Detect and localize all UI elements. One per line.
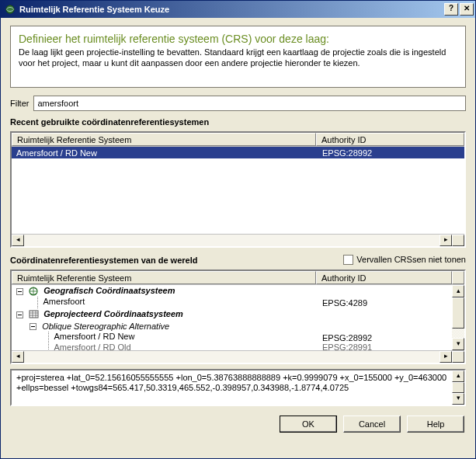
recent-list-body[interactable]: Amersfoort / RD New EPSG:28992 — [12, 147, 464, 234]
recent-list-header: Ruimtelijk Referentie Systeem Authority … — [12, 133, 464, 147]
projection-icon — [29, 310, 40, 319]
scroll-track[interactable] — [24, 351, 440, 363]
recent-hscroll[interactable]: ◂ ▸ — [12, 234, 464, 246]
tree-item-auth: EPSG:4289 — [318, 298, 464, 308]
tree-node-projected[interactable]: Geprojecteerd Coördinaatsysteem — [12, 308, 464, 320]
ok-button[interactable]: OK — [280, 416, 337, 433]
recent-col-name[interactable]: Ruimtelijk Referentie Systeem — [12, 133, 316, 146]
client-area: Definieer het ruimtelijk referentie syst… — [1, 18, 475, 458]
collapse-icon[interactable] — [16, 288, 23, 295]
collapse-icon[interactable] — [30, 323, 36, 330]
collapse-icon[interactable] — [16, 311, 23, 318]
titlebar: Ruimtelijk Referentie Systeem Keuze ? ✕ — [1, 1, 475, 18]
scroll-right-icon[interactable]: ▸ — [440, 351, 452, 363]
scroll-thumb[interactable] — [452, 297, 464, 329]
tree-item-name: Amersfoort / RD Old — [54, 343, 131, 350]
scroll-thumb[interactable] — [452, 382, 464, 393]
intro-panel: Definieer het ruimtelijk referentie syst… — [10, 26, 466, 88]
filter-input[interactable] — [33, 96, 466, 111]
scroll-left-icon[interactable]: ◂ — [12, 235, 24, 246]
scroll-up-icon[interactable]: ▴ — [452, 285, 464, 297]
world-list-header: Ruimtelijk Referentie Systeem Authority … — [12, 271, 464, 285]
world-tree-body[interactable]: Geografisch Coördinaatsysteem Amersfoort… — [12, 285, 464, 350]
recent-row-auth: EPSG:28992 — [318, 148, 464, 158]
scroll-corner — [452, 235, 464, 246]
world-col-auth[interactable]: Authority ID — [316, 271, 452, 284]
help-button[interactable]: Help — [407, 416, 464, 433]
world-section-row: Coördinatenreferentiesystemen van de wer… — [10, 254, 466, 265]
tree-item-rdnew[interactable]: Amersfoort / RD New EPSG:28992 — [12, 332, 464, 343]
world-vscroll[interactable]: ▴ ▾ — [452, 285, 464, 350]
proj-vscroll[interactable]: ▴ ▾ — [452, 370, 464, 405]
recent-col-auth[interactable]: Authority ID — [316, 133, 464, 146]
tree-node-geographic[interactable]: Geografisch Coördinaatsysteem — [12, 285, 464, 297]
world-col-corner — [452, 271, 464, 284]
recent-crs-list[interactable]: Ruimtelijk Referentie Systeem Authority … — [10, 131, 466, 248]
checkbox-icon — [343, 255, 353, 265]
cancel-button[interactable]: Cancel — [343, 416, 401, 433]
proj-string-text[interactable]: +proj=sterea +lat_0=52.15616055555555 +l… — [12, 370, 452, 405]
scroll-track[interactable] — [24, 235, 440, 246]
close-titlebar-button[interactable]: ✕ — [460, 3, 474, 16]
world-col-name[interactable]: Ruimtelijk Referentie Systeem — [12, 271, 316, 284]
intro-text: De laag lijkt geen projectie-instelling … — [19, 47, 457, 68]
scroll-left-icon[interactable]: ◂ — [12, 351, 24, 363]
hide-deprecated-checkbox[interactable]: Vervallen CRSsen niet tonen — [343, 255, 466, 265]
globe-icon — [29, 287, 40, 296]
scroll-up-icon[interactable]: ▴ — [452, 370, 464, 382]
tree-node-oblique[interactable]: Oblique Stereographic Alternative — [12, 320, 464, 332]
dialog-window: Ruimtelijk Referentie Systeem Keuze ? ✕ … — [0, 0, 476, 459]
svg-rect-3 — [30, 311, 38, 318]
filter-label: Filter — [10, 99, 29, 108]
proj-string-panel: +proj=sterea +lat_0=52.15616055555555 +l… — [10, 369, 466, 406]
recent-section-label: Recent gebruikte coördinatenreferentiesy… — [10, 117, 466, 127]
app-icon — [4, 3, 16, 16]
tree-item-name: Amersfoort / RD New — [54, 332, 135, 341]
tree-item-auth: EPSG:28992 — [318, 333, 464, 343]
tree-label-oblique: Oblique Stereographic Alternative — [42, 322, 169, 331]
hide-deprecated-label: Vervallen CRSsen niet tonen — [356, 255, 466, 264]
help-titlebar-button[interactable]: ? — [444, 3, 458, 16]
tree-item-name: Amersfoort — [43, 297, 85, 306]
world-crs-tree[interactable]: Ruimtelijk Referentie Systeem Authority … — [10, 269, 466, 364]
window-title: Ruimtelijk Referentie Systeem Keuze — [19, 5, 444, 14]
recent-row-selected[interactable]: Amersfoort / RD New EPSG:28992 — [12, 147, 464, 158]
scroll-right-icon[interactable]: ▸ — [440, 235, 452, 246]
dialog-button-row: OK Cancel Help — [10, 411, 466, 434]
world-section-label: Coördinatenreferentiesystemen van de wer… — [10, 256, 343, 265]
scroll-down-icon[interactable]: ▾ — [452, 338, 464, 350]
intro-title: Definieer het ruimtelijk referentie syst… — [19, 33, 457, 45]
tree-label-geographic: Geografisch Coördinaatsysteem — [43, 286, 175, 295]
tree-item-rdold[interactable]: Amersfoort / RD Old EPSG:28991 — [12, 343, 464, 350]
tree-item-auth: EPSG:28991 — [318, 343, 464, 350]
scroll-corner — [452, 351, 464, 363]
filter-row: Filter — [10, 96, 466, 111]
recent-row-name: Amersfoort / RD New — [12, 148, 318, 158]
tree-label-projected: Geprojecteerd Coördinaatsysteem — [43, 309, 183, 318]
world-hscroll[interactable]: ◂ ▸ — [12, 350, 464, 363]
tree-item-amersfoort-geo[interactable]: Amersfoort EPSG:4289 — [12, 297, 464, 308]
scroll-down-icon[interactable]: ▾ — [452, 393, 464, 405]
